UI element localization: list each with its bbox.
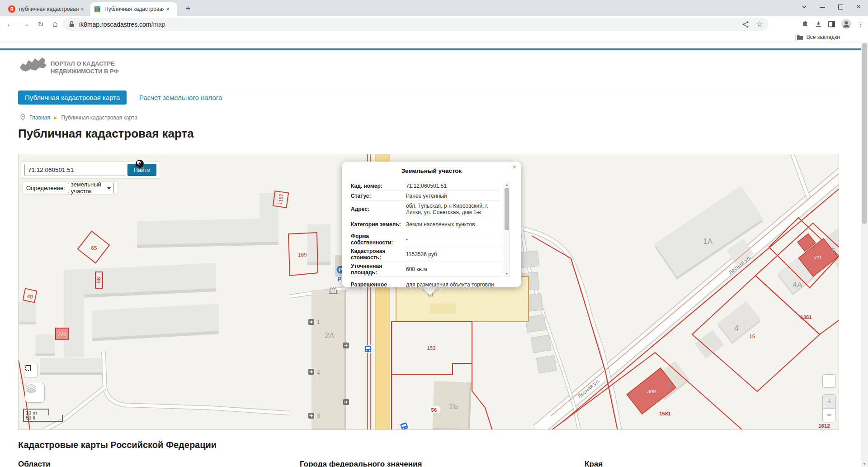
svg-text:2: 2 [317, 369, 320, 375]
footer-column-kraya: Края [585, 460, 603, 467]
popup-close-icon[interactable]: × [512, 163, 516, 171]
tab-close-icon[interactable]: × [166, 5, 170, 13]
scale-metric: 10 m [23, 409, 49, 415]
svg-text:1: 1 [317, 319, 320, 325]
popup-scrollbar[interactable]: ▲ ▼ [504, 181, 510, 277]
svg-text:1Б: 1Б [449, 402, 458, 411]
back-icon[interactable]: ← [4, 18, 16, 30]
scrollbar-thumb[interactable] [862, 43, 867, 224]
zoom-out-button[interactable]: − [823, 409, 835, 422]
cadastral-map-canvas[interactable]: P 1187 169 65 58 40 770 153 56 51 [18, 154, 839, 430]
zoom-in-button[interactable]: + [823, 395, 835, 409]
bookmark-star-icon[interactable]: ☆ [756, 19, 763, 29]
filter-label: Определение: [26, 185, 65, 191]
footer-heading: Кадастровые карты Российской Федерации [18, 440, 217, 450]
scroll-down-icon[interactable]: ▼ [861, 462, 868, 466]
popup-title: Земельный участок [342, 167, 521, 174]
new-tab-button[interactable]: + [183, 4, 193, 14]
minimize-icon[interactable] [819, 4, 826, 10]
share-icon[interactable] [742, 21, 749, 28]
all-bookmarks-button[interactable]: Все закладки [797, 34, 840, 40]
browser-tab-active[interactable]: Публичная кадастровая ка × [90, 2, 177, 16]
layers-icon [25, 383, 37, 394]
extensions-puzzle-icon[interactable] [802, 20, 809, 28]
nav-tab-public-map[interactable]: Публичная кадастровая карта [18, 91, 127, 105]
search-input[interactable] [24, 164, 125, 176]
folder-icon [797, 34, 803, 40]
breadcrumb-arrow-icon: ▶ [54, 115, 57, 120]
sidebar-icon[interactable] [828, 20, 835, 28]
window-close-icon[interactable]: × [855, 4, 862, 10]
nav-tab-land-tax[interactable]: Расчет земельного налога [139, 94, 222, 101]
download-icon[interactable] [815, 20, 822, 28]
road-stub-top-right [793, 154, 809, 199]
site-logo-text: ПОРТАЛ О КАДАСТРЕ НЕДВИЖИМОСТИ В РФ [51, 60, 119, 75]
svg-text:770: 770 [57, 332, 66, 337]
svg-text:153: 153 [427, 345, 435, 351]
divider [795, 34, 796, 41]
svg-text:56: 56 [431, 407, 437, 413]
svg-text:1187: 1187 [277, 193, 284, 205]
bus-stop-icon[interactable] [400, 422, 409, 430]
map-scale-control: 10 m 50 ft [23, 409, 63, 422]
scroll-up-icon[interactable]: ▲ [504, 183, 509, 186]
filter-panel: Определение: земельный участок [22, 181, 118, 194]
tab-title: Публичная кадастровая ка [104, 6, 164, 12]
restore-window-icon[interactable] [837, 4, 844, 10]
reload-icon[interactable]: ↻ [34, 18, 47, 30]
address-value: обл. Тульская, р-н Киреевский, г. Липки,… [404, 203, 501, 215]
tab-strip: Я публичная кадастровая ка × Публичная к… [0, 0, 868, 16]
site-top-border [0, 48, 861, 50]
profile-avatar[interactable] [841, 19, 852, 29]
measure-tool-button[interactable] [24, 364, 38, 377]
address-bar[interactable]: ik8map.roscadastres.com/map ☆ [62, 18, 769, 31]
svg-text:1А: 1А [703, 237, 713, 246]
svg-text:5: 5 [831, 247, 835, 255]
svg-text:16: 16 [750, 334, 755, 339]
cadastral-value: 1153536 руб [404, 251, 437, 257]
divider [18, 89, 839, 89]
scroll-down-icon[interactable]: ▼ [504, 272, 509, 275]
svg-text:169: 169 [298, 252, 307, 257]
mouse-cursor-icon [134, 158, 146, 170]
svg-text:1351: 1351 [800, 315, 812, 320]
pin-icon [20, 114, 25, 121]
breadcrumb: Главная ▶ Публичная кадастровая карта [20, 114, 137, 121]
bus-stop-icon[interactable] [364, 345, 372, 353]
breadcrumb-current: Публичная кадастровая карта [61, 114, 137, 121]
layers-button[interactable] [25, 383, 45, 403]
svg-text:311: 311 [814, 255, 822, 260]
russia-map-logo [19, 53, 48, 76]
object-type-select[interactable]: земельный участок [68, 183, 114, 193]
yandex-favicon-icon: Я [8, 5, 15, 13]
chevron-down-icon[interactable] [801, 4, 807, 10]
menu-kebab-icon[interactable]: ⋮ [857, 20, 864, 29]
browser-tab-inactive[interactable]: Я публичная кадастровая ка × [5, 2, 89, 16]
forward-icon[interactable]: → [19, 18, 32, 30]
page-scrollbar[interactable]: ▼ [861, 43, 868, 467]
svg-text:3: 3 [666, 380, 670, 389]
bookmarks-bar: Все закладки [0, 33, 868, 43]
parcel-info-popup: × Земельный участок Кад. номер:71:12:060… [342, 162, 521, 287]
svg-text:58: 58 [96, 277, 101, 283]
scrollbar-thumb[interactable] [505, 188, 509, 230]
pkk-favicon-icon [94, 6, 101, 13]
tab-close-icon[interactable]: × [80, 5, 84, 13]
footer-column-oblasti: Области [18, 460, 51, 467]
svg-text:309: 309 [647, 389, 656, 394]
fullscreen-button[interactable] [822, 374, 836, 388]
breadcrumb-home-link[interactable]: Главная [29, 114, 50, 121]
browser-toolbar: ← → ↻ ⌂ ik8map.roscadastres.com/map ☆ [0, 16, 868, 33]
svg-text:3: 3 [317, 413, 320, 419]
area-value: 600 кв.м [404, 266, 427, 272]
svg-text:2А: 2А [325, 331, 335, 340]
svg-text:4А: 4А [793, 281, 802, 289]
permitted-use-value: для размещения объекта торговли [404, 281, 494, 287]
land-category-value: Земли населенных пунктов [404, 221, 475, 228]
zoom-control: + − [822, 394, 836, 422]
home-icon[interactable]: ⌂ [49, 18, 61, 30]
page-content: ПОРТАЛ О КАДАСТРЕ НЕДВИЖИМОСТИ В РФ Публ… [0, 43, 861, 467]
popup-attribute-table: Кад. номер:71:12:060501:51 Статус:Ранее … [351, 181, 501, 287]
chevron-down-icon [107, 187, 111, 190]
svg-text:65: 65 [91, 245, 97, 251]
